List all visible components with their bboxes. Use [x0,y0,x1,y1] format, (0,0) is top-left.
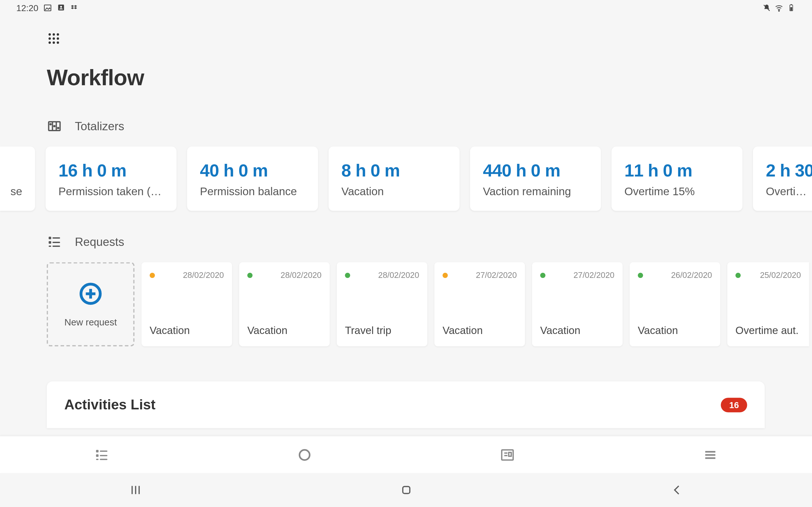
mute-icon [762,3,771,12]
request-date: 28/02/2020 [281,270,322,279]
svg-rect-28 [52,245,60,247]
request-date: 27/02/2020 [476,270,517,279]
sys-recent-button[interactable] [100,480,170,500]
request-label: Vacation [540,325,614,337]
svg-rect-36 [96,458,98,460]
new-request-label: New request [64,317,117,328]
battery-icon [787,3,796,12]
status-dot-green-icon [540,273,546,278]
totalizer-label: Vaction remaining [483,185,588,198]
svg-rect-32 [96,450,98,452]
svg-rect-37 [100,458,107,460]
status-dot-green-icon [247,273,253,278]
requests-label: Requests [75,235,124,248]
request-label: Travel trip [345,325,419,337]
apps-grid-icon[interactable] [47,32,61,46]
activities-count-badge: 16 [721,397,747,412]
status-dot-green-icon [345,273,350,278]
status-dot-green-icon [638,273,643,278]
nav-news-icon[interactable] [495,442,520,467]
request-card[interactable]: 26/02/2020 Vacation [629,262,720,346]
android-system-nav [0,473,812,507]
svg-point-13 [57,38,59,40]
sys-back-button[interactable] [642,480,712,500]
request-date: 27/02/2020 [573,270,614,279]
svg-point-11 [49,38,51,40]
svg-point-9 [53,33,55,36]
svg-rect-42 [509,452,511,456]
totalizer-label: Overtime 3 [766,185,810,198]
status-dot-orange-icon [443,273,448,278]
status-dot-green-icon [735,273,741,278]
svg-rect-23 [49,237,51,239]
totalizer-label: Permission balance [200,185,305,198]
totalizer-label: Permission taken (… [58,185,164,198]
svg-rect-27 [49,245,51,247]
request-label: Vacation [247,325,322,337]
svg-point-22 [58,128,59,129]
totalizer-card[interactable]: 16 h 0 m Permission taken (… [46,147,177,211]
nav-workflow-icon[interactable] [89,442,114,467]
svg-point-38 [299,450,310,460]
svg-rect-33 [100,450,107,452]
svg-rect-34 [96,454,98,457]
svg-rect-49 [403,487,409,493]
request-card[interactable]: 28/02/2020 Travel trip [337,262,427,346]
svg-rect-35 [100,455,107,456]
totalizer-card-partial-right[interactable]: 2 h 30 Overtime 3 [753,147,812,211]
totalizer-value: 440 h 0 m [483,161,588,181]
activities-list-card[interactable]: Activities List 16 [47,382,764,428]
page-title: Workflow [47,65,812,90]
totalizer-value: 11 h 0 m [624,161,729,181]
totalizer-value: 2 h 30 [766,161,810,181]
totalizers-icon [47,118,62,134]
svg-point-21 [54,126,55,127]
totalizer-card[interactable]: 8 h 0 m Vacation [328,147,460,211]
svg-point-4 [779,10,780,11]
request-card[interactable]: 27/02/2020 Vacation [434,262,525,346]
requests-icon [47,234,62,249]
request-label: Vacation [638,325,712,337]
plus-circle-icon [78,281,103,307]
new-request-button[interactable]: New request [47,262,134,346]
totalizer-value: 16 h 0 m [58,161,164,181]
totalizer-card[interactable]: 40 h 0 m Permission balance [187,147,318,211]
request-label: Vacation [443,325,517,337]
request-card[interactable]: 28/02/2020 Vacation [142,262,232,346]
svg-point-12 [53,38,55,40]
totalizer-label: Vacation [341,185,447,198]
totalizer-card[interactable]: 11 h 0 m Overtime 15% [612,147,743,211]
totalizer-label: Overtime 15% [624,185,729,198]
wifi-icon [774,3,783,12]
totalizers-section-header: Totalizers [47,118,812,134]
totalizers-label: Totalizers [75,119,124,133]
request-date: 28/02/2020 [183,270,224,279]
svg-rect-6 [791,4,792,4]
status-dot-orange-icon [150,273,155,278]
requests-row[interactable]: New request 28/02/2020 Vacation 28/02/20… [47,262,812,346]
svg-rect-26 [52,242,60,243]
svg-rect-7 [791,7,792,10]
svg-point-16 [57,42,59,44]
request-date: 28/02/2020 [378,270,419,279]
requests-section-header: Requests [47,234,812,249]
request-card[interactable]: 25/02/2020 Overtime aut. [727,262,809,346]
svg-rect-25 [49,241,51,244]
svg-point-2 [60,6,62,8]
image-icon [43,3,52,12]
totalizer-card-partial-left[interactable]: se [0,147,35,211]
request-card[interactable]: 27/02/2020 Vacation [532,262,623,346]
totalizer-card[interactable]: 440 h 0 m Vaction remaining [470,147,601,211]
totalizers-row[interactable]: se 16 h 0 m Permission taken (… 40 h 0 m… [0,147,812,211]
request-date: 25/02/2020 [760,270,801,279]
sys-home-button[interactable] [371,480,441,500]
nav-circle-icon[interactable] [292,442,317,467]
request-label: Vacation [150,325,224,337]
request-card[interactable]: 28/02/2020 Vacation [239,262,330,346]
svg-point-8 [49,33,51,36]
dropbox-icon [70,3,79,12]
request-label: Overtime aut. [735,325,801,337]
svg-rect-24 [52,237,60,239]
svg-point-10 [57,33,59,36]
nav-menu-icon[interactable] [698,442,723,467]
